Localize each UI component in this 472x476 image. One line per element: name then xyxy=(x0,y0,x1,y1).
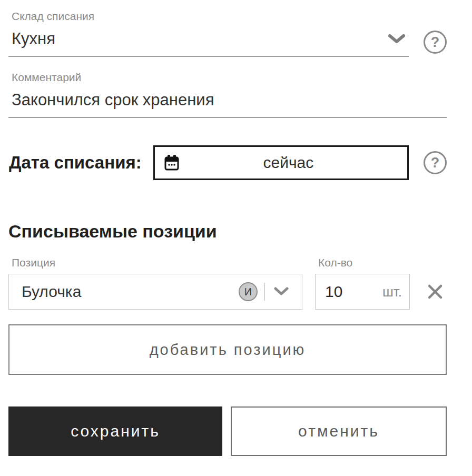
warehouse-value: Кухня xyxy=(12,28,55,49)
calendar-icon xyxy=(164,155,179,171)
remove-item-button[interactable] xyxy=(424,277,447,306)
writeoff-form: Склад списания Кухня ? Комментарий Закон… xyxy=(0,9,472,456)
cancel-button[interactable]: отменить xyxy=(231,406,447,456)
comment-input[interactable]: Комментарий Закончился срок хранения xyxy=(8,71,447,118)
warehouse-select[interactable]: Склад списания Кухня xyxy=(8,9,409,57)
warehouse-help-button[interactable]: ? xyxy=(424,31,447,54)
warehouse-row: Склад списания Кухня ? xyxy=(8,9,447,57)
date-help-button[interactable]: ? xyxy=(424,151,447,174)
qty-input[interactable]: 10 шт. xyxy=(315,274,410,310)
comment-row: Комментарий Закончился срок хранения xyxy=(8,71,447,118)
date-value: сейчас xyxy=(179,154,398,172)
date-label: Дата списания: xyxy=(8,153,142,173)
question-mark-icon: ? xyxy=(431,156,440,170)
add-position-button[interactable]: добавить позицию xyxy=(8,324,447,375)
date-row: Дата списания: сейчас ? xyxy=(8,145,447,180)
divider xyxy=(264,283,265,301)
x-close-icon xyxy=(427,284,443,300)
footer-actions: сохранить отменить xyxy=(8,406,447,456)
chevron-down-icon xyxy=(273,287,289,296)
position-select[interactable]: Булочка И xyxy=(8,274,302,310)
comment-value: Закончился срок хранения xyxy=(12,90,214,111)
writeoff-item-row: Позиция Булочка И Кол-во 10 шт. xyxy=(8,256,447,310)
qty-label: Кол-во xyxy=(315,256,410,270)
question-mark-icon: ? xyxy=(431,35,440,49)
position-value: Булочка xyxy=(22,283,239,301)
qty-unit: шт. xyxy=(382,284,402,300)
position-label: Позиция xyxy=(8,256,302,270)
warehouse-label: Склад списания xyxy=(8,9,409,23)
chevron-down-icon xyxy=(388,34,406,44)
comment-label: Комментарий xyxy=(8,71,447,84)
ingredient-badge: И xyxy=(239,282,258,301)
save-button[interactable]: сохранить xyxy=(8,406,222,456)
section-title: Списываемые позиции xyxy=(8,220,447,242)
qty-value: 10 xyxy=(325,283,382,301)
date-picker-button[interactable]: сейчас xyxy=(153,145,409,180)
